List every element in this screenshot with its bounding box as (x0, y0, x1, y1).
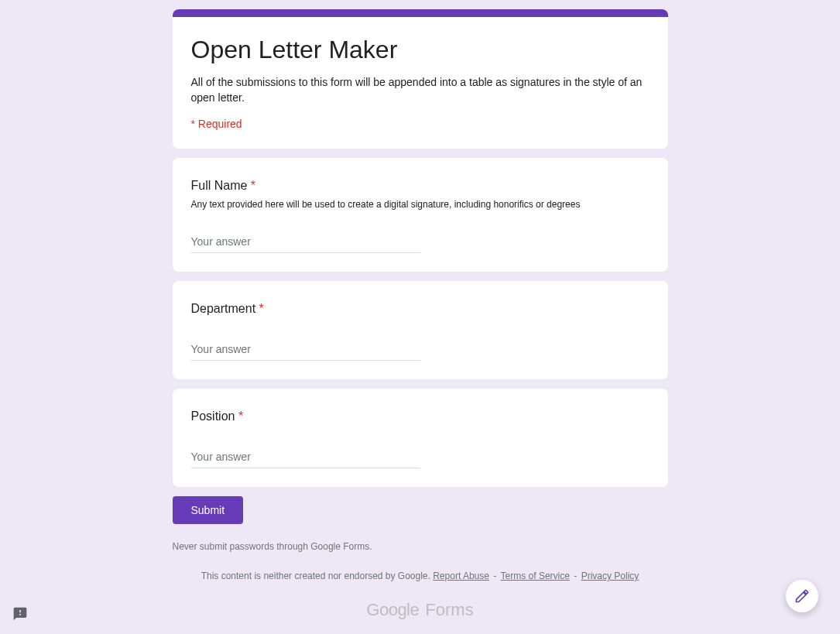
position-input[interactable] (191, 444, 420, 468)
form-description: All of the submissions to this form will… (191, 74, 650, 105)
required-star: * (238, 410, 243, 423)
terms-link[interactable]: Terms of Service (501, 571, 570, 581)
submit-button[interactable]: Submit (173, 496, 244, 524)
question-hint: Any text provided here will be used to c… (191, 198, 650, 211)
privacy-link[interactable]: Privacy Policy (581, 571, 639, 581)
question-label: Full Name * (191, 176, 650, 195)
submit-row: Submit (173, 496, 668, 524)
question-label: Position * (191, 407, 650, 426)
required-notice: * Required (191, 118, 650, 130)
question-card-position: Position * (173, 389, 668, 487)
question-card-fullname: Full Name * Any text provided here will … (173, 158, 668, 272)
required-star: * (259, 302, 264, 315)
feedback-button[interactable] (12, 606, 28, 622)
report-abuse-link[interactable]: Report Abuse (433, 571, 489, 581)
google-forms-logo[interactable]: Google Forms (173, 600, 668, 620)
form-container: Open Letter Maker All of the submissions… (173, 0, 668, 620)
pencil-icon (794, 588, 810, 604)
question-card-department: Department * (173, 281, 668, 379)
header-card: Open Letter Maker All of the submissions… (173, 9, 668, 149)
required-star: * (251, 179, 255, 192)
department-input[interactable] (191, 337, 420, 361)
edit-fab[interactable] (786, 580, 818, 612)
password-warning: Never submit passwords through Google Fo… (173, 541, 668, 552)
form-title: Open Letter Maker (191, 34, 650, 65)
question-label: Department * (191, 300, 650, 318)
disclaimer: This content is neither created nor endo… (173, 571, 668, 581)
feedback-icon (12, 606, 28, 622)
fullname-input[interactable] (191, 229, 420, 253)
